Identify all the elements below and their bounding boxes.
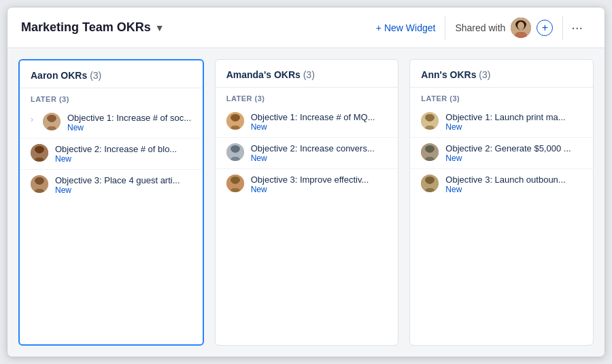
list-item[interactable]: Objective 2: Generate $5,000 ... New xyxy=(410,138,593,169)
svg-point-51 xyxy=(425,145,435,152)
svg-point-21 xyxy=(35,177,44,184)
avatar xyxy=(226,175,244,192)
status-badge: New xyxy=(251,153,388,163)
section-header-amanda: LATER (3) xyxy=(216,88,398,107)
obj-title: Objective 1: Launch print ma... xyxy=(445,112,582,122)
list-item[interactable]: Objective 1: Launch print ma... New xyxy=(410,107,593,138)
list-item[interactable]: Objective 3: Place 4 guest arti... New xyxy=(20,170,203,200)
avatar xyxy=(43,113,61,130)
svg-point-4 xyxy=(517,22,524,30)
board-content: Aaron OKRs (3)LATER (3) › Objective 1: I… xyxy=(7,48,605,357)
svg-point-57 xyxy=(425,177,435,183)
obj-title: Objective 2: Generate $5,000 ... xyxy=(445,143,582,153)
expand-icon: › xyxy=(31,113,36,126)
obj-info: Objective 1: Increase # of soc... New xyxy=(67,113,192,132)
list-item[interactable]: › Objective 1: Increase # of soc... New xyxy=(20,107,203,139)
obj-title: Objective 2: Increase convers... xyxy=(251,143,388,153)
column-count: (3) xyxy=(479,69,490,80)
obj-list-ann: Objective 1: Launch print ma... New Obje… xyxy=(410,107,593,345)
status-badge: New xyxy=(251,185,388,194)
obj-list-aaron: › Objective 1: Increase # of soc... New xyxy=(20,107,203,344)
new-widget-label: + New Widget xyxy=(376,22,436,33)
svg-point-45 xyxy=(425,114,435,121)
status-badge: New xyxy=(445,122,582,132)
status-badge: New xyxy=(55,154,192,164)
avatar xyxy=(31,175,48,193)
svg-rect-5 xyxy=(515,32,527,38)
avatar xyxy=(31,144,48,162)
avatar xyxy=(226,112,244,130)
svg-point-27 xyxy=(231,114,240,121)
column-title: Aaron OKRs (3) xyxy=(31,70,192,81)
section-header-aaron: LATER (3) xyxy=(20,88,203,107)
obj-info: Objective 2: Generate $5,000 ... New xyxy=(445,143,582,163)
section-header-ann: LATER (3) xyxy=(410,88,593,107)
column-aaron: Aaron OKRs (3)LATER (3) › Objective 1: I… xyxy=(18,59,204,346)
column-header-aaron: Aaron OKRs (3) xyxy=(20,60,203,88)
obj-title: Objective 3: Place 4 guest arti... xyxy=(55,175,192,185)
obj-title: Objective 3: Improve effectiv... xyxy=(251,175,388,185)
obj-title: Objective 3: Launch outboun... xyxy=(445,175,582,185)
column-title: Amanda's OKRs (3) xyxy=(226,69,388,80)
avatar xyxy=(226,143,244,161)
column-header-amanda: Amanda's OKRs (3) xyxy=(216,60,398,88)
more-options-button[interactable]: ··· xyxy=(563,16,591,40)
column-ann: Ann's OKRs (3)LATER (3) Objective 1: Lau… xyxy=(409,59,594,346)
obj-info: Objective 1: Launch print ma... New xyxy=(445,112,582,132)
status-badge: New xyxy=(67,123,192,132)
column-count: (3) xyxy=(90,70,101,81)
obj-info: Objective 1: Increase # of MQ... New xyxy=(251,112,388,132)
obj-title: Objective 2: Increase # of blo... xyxy=(55,144,192,154)
status-badge: New xyxy=(445,153,582,163)
svg-point-33 xyxy=(231,145,240,152)
list-item[interactable]: Objective 2: Increase # of blo... New xyxy=(20,139,203,170)
obj-title: Objective 1: Increase # of MQ... xyxy=(251,112,388,122)
new-widget-button[interactable]: + New Widget xyxy=(367,16,446,40)
add-shared-button[interactable]: + xyxy=(537,20,553,36)
column-amanda: Amanda's OKRs (3)LATER (3) Objective 1: … xyxy=(215,59,399,346)
status-badge: New xyxy=(445,185,582,194)
shared-with-label: Shared with xyxy=(455,22,505,33)
header: Marketing Team OKRs ▼ + New Widget Share… xyxy=(7,7,605,48)
app-window: Marketing Team OKRs ▼ + New Widget Share… xyxy=(7,7,605,357)
column-header-ann: Ann's OKRs (3) xyxy=(410,60,593,88)
svg-point-9 xyxy=(47,115,56,122)
obj-info: Objective 2: Increase # of blo... New xyxy=(55,144,192,164)
obj-list-amanda: Objective 1: Increase # of MQ... New Obj… xyxy=(216,107,398,345)
svg-point-15 xyxy=(35,146,44,153)
avatar xyxy=(421,112,439,130)
avatar xyxy=(421,175,439,192)
board-title-text: Marketing Team OKRs xyxy=(21,20,151,35)
list-item[interactable]: Objective 3: Launch outboun... New xyxy=(410,169,593,200)
column-count: (3) xyxy=(303,69,315,80)
header-actions: + New Widget Shared with + ··· xyxy=(367,16,591,40)
list-item[interactable]: Objective 1: Increase # of MQ... New xyxy=(216,107,398,138)
avatar xyxy=(421,143,439,161)
list-item[interactable]: Objective 3: Improve effectiv... New xyxy=(216,169,398,200)
status-badge: New xyxy=(251,122,388,132)
obj-info: Objective 3: Launch outboun... New xyxy=(445,175,582,194)
shared-with-section: Shared with + xyxy=(445,16,563,40)
column-title: Ann's OKRs (3) xyxy=(421,69,582,80)
obj-info: Objective 2: Increase convers... New xyxy=(251,143,388,163)
list-item[interactable]: Objective 2: Increase convers... New xyxy=(216,138,398,169)
obj-title: Objective 1: Increase # of soc... xyxy=(67,113,192,123)
avatar xyxy=(511,18,531,38)
obj-info: Objective 3: Place 4 guest arti... New xyxy=(55,175,192,195)
status-badge: New xyxy=(55,185,192,195)
title-chevron-icon: ▼ xyxy=(155,22,165,33)
svg-point-39 xyxy=(231,177,240,183)
obj-info: Objective 3: Improve effectiv... New xyxy=(251,175,388,194)
board-title[interactable]: Marketing Team OKRs ▼ xyxy=(21,20,165,35)
